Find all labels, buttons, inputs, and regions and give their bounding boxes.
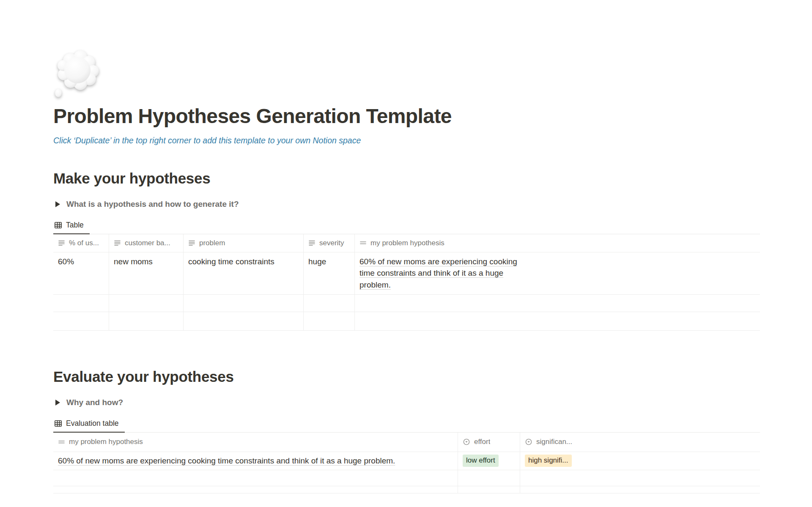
column-header-effort[interactable]: effort: [458, 433, 520, 452]
hypotheses-table: % of us... customer ba...: [53, 234, 760, 331]
heading-make-your-hypotheses[interactable]: Make your hypotheses: [53, 170, 760, 187]
cell-severity[interactable]: huge: [304, 252, 355, 294]
table-row-empty: [53, 470, 760, 486]
select-property-icon: [463, 438, 470, 446]
table-row: 60% new moms cooking time constraints hu…: [53, 252, 760, 295]
evaluation-table: my problem hypothesis effort: [53, 432, 760, 493]
cell-empty[interactable]: [520, 470, 760, 486]
cell-my-problem-hypothesis[interactable]: 60% of new moms are experiencing cooking…: [53, 452, 458, 470]
column-header-severity[interactable]: severity: [304, 234, 355, 252]
toggle-label: Why and how?: [66, 398, 123, 407]
tab-label: Evaluation table: [66, 419, 119, 428]
tab-evaluation-table-view[interactable]: Evaluation table: [53, 417, 125, 433]
column-header-problem[interactable]: problem: [184, 234, 304, 252]
column-header-my-problem-hypothesis[interactable]: my problem hypothesis: [355, 234, 760, 252]
text-property-icon: [114, 239, 121, 247]
thought-balloon-icon: [53, 49, 101, 98]
toggle-triangle-icon: [55, 400, 60, 406]
cell-significance[interactable]: high signifi...: [520, 452, 760, 470]
tab-label: Table: [66, 221, 84, 230]
select-property-icon: [525, 438, 532, 446]
table-row-empty: [53, 312, 760, 331]
column-header-significance[interactable]: significan...: [520, 433, 760, 452]
cell-empty[interactable]: [304, 295, 355, 312]
page-title[interactable]: Problem Hypotheses Generation Template: [53, 104, 760, 129]
table-row-empty: [53, 295, 760, 312]
cell-empty[interactable]: [355, 312, 760, 330]
column-header-label: problem: [199, 238, 225, 249]
column-header-customer-base[interactable]: customer ba...: [109, 234, 184, 252]
column-header-label: my problem hypothesis: [370, 238, 444, 249]
page-subtitle[interactable]: Click ‘Duplicate’ in the top right corne…: [53, 135, 760, 146]
cell-empty[interactable]: [184, 312, 304, 330]
table-row-empty: [53, 486, 760, 493]
cell-empty[interactable]: [53, 312, 109, 330]
cell-empty[interactable]: [184, 295, 304, 312]
toggle-why-and-how[interactable]: Why and how?: [53, 397, 760, 408]
cell-my-problem-hypothesis[interactable]: 60% of new moms are experiencing cooking…: [355, 252, 760, 294]
tab-table-view[interactable]: Table: [53, 219, 90, 234]
column-header-label: severity: [319, 238, 344, 249]
table-header-row: % of us... customer ba...: [53, 234, 760, 252]
cell-empty[interactable]: [109, 312, 184, 330]
table-row: 60% of new moms are experiencing cooking…: [53, 452, 760, 470]
cell-customer-base[interactable]: new moms: [109, 252, 184, 294]
text-property-icon: [308, 239, 315, 247]
cell-empty[interactable]: [458, 470, 520, 486]
column-header-label: effort: [474, 437, 490, 447]
column-header-label: significan...: [536, 437, 572, 447]
title-property-icon: [359, 239, 367, 247]
cell-empty[interactable]: [304, 312, 355, 330]
toggle-triangle-icon: [55, 201, 60, 207]
hypothesis-title-text: 60% of new moms are experiencing cooking…: [58, 455, 395, 467]
cell-empty[interactable]: [53, 295, 109, 312]
cell-empty[interactable]: [355, 295, 760, 312]
column-header-my-problem-hypothesis[interactable]: my problem hypothesis: [53, 433, 458, 452]
column-header-label: my problem hypothesis: [69, 437, 143, 447]
table-view-icon: [54, 419, 62, 428]
cell-problem[interactable]: cooking time constraints: [184, 252, 304, 294]
significance-tag[interactable]: high signifi...: [525, 455, 572, 466]
cell-percent-of-users[interactable]: 60%: [53, 252, 109, 294]
notion-page: Problem Hypotheses Generation Template C…: [0, 0, 812, 507]
table-header-row: my problem hypothesis effort: [53, 433, 760, 452]
heading-evaluate-your-hypotheses[interactable]: Evaluate your hypotheses: [53, 368, 760, 386]
text-property-icon: [188, 239, 195, 247]
effort-tag[interactable]: low effort: [463, 455, 499, 466]
table-view-icon: [54, 221, 62, 229]
title-property-icon: [58, 438, 65, 446]
column-header-percent-of-users[interactable]: % of us...: [53, 234, 109, 252]
hypothesis-title-text: 60% of new moms are experiencing cooking…: [359, 256, 521, 291]
cell-effort[interactable]: low effort: [458, 452, 520, 470]
column-header-label: customer ba...: [125, 238, 170, 249]
page-icon[interactable]: [53, 49, 760, 98]
toggle-what-is-a-hypothesis[interactable]: What is a hypothesis and how to generate…: [53, 199, 760, 210]
cell-empty[interactable]: [109, 295, 184, 312]
cell-empty[interactable]: [458, 486, 520, 493]
cell-empty[interactable]: [520, 486, 760, 493]
column-header-label: % of us...: [69, 238, 99, 249]
cell-empty[interactable]: [53, 470, 458, 486]
text-property-icon: [58, 239, 65, 247]
toggle-label: What is a hypothesis and how to generate…: [66, 200, 239, 209]
cell-empty[interactable]: [53, 486, 458, 493]
page-content: Problem Hypotheses Generation Template C…: [53, 0, 760, 493]
